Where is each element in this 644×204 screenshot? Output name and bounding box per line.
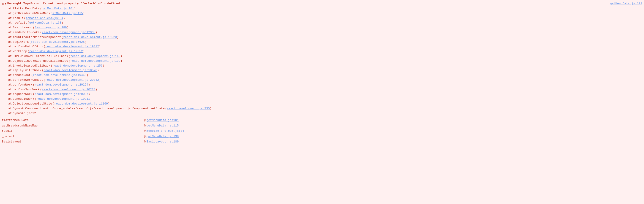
summary-row: getBreadcrumbNameMap @ getMenuData.js:11… [2, 123, 642, 128]
func-name: replayUnitOfWork [13, 68, 42, 73]
func-name: beginWork [13, 40, 29, 45]
stack-line: at invokeGuardedCallback (react-dom.deve… [8, 64, 642, 68]
file-link[interactable]: react.development.js:335 [167, 106, 210, 111]
summary-func: BasicLayout [2, 139, 144, 144]
func-name: workLoop [13, 49, 27, 54]
func-name: Object.enqueueSetState [13, 102, 52, 106]
func-name: dynamic.js:92 [13, 111, 36, 116]
at-symbol: @ [144, 134, 146, 139]
summary-row: _default @ getMenuData.js:138 [2, 134, 642, 139]
file-link[interactable]: react-dom.development.js:199 [70, 59, 120, 64]
summary-func: flattenMenuData [2, 118, 144, 123]
stack-line: at performUnitOfWork (react-dom.developm… [8, 44, 642, 49]
at-symbol: @ [144, 123, 146, 128]
file-link[interactable]: react-dom.development.js:19911 [36, 97, 90, 102]
file-link[interactable]: react-dom.development.js:20342 [45, 78, 99, 83]
file-link[interactable]: react-dom.development.js:12938 [42, 30, 95, 35]
at-symbol: @ [144, 139, 146, 144]
at-keyword: at [8, 30, 12, 35]
file-link[interactable]: react-dom.development.js:11169 [54, 102, 108, 106]
file-link[interactable]: react-dom.development.js:18578 [44, 68, 97, 73]
at-keyword: at [8, 78, 12, 83]
summary-file-link[interactable]: getMenuData.js:101 [146, 118, 179, 123]
at-keyword: at [8, 68, 12, 73]
error-file-link-right[interactable]: getMenuData.js:101 [610, 2, 642, 5]
summary-file-link[interactable]: memoize-one.esm.js:34 [146, 128, 184, 134]
func-name: HTMLUnknownElement.callCallback [13, 54, 68, 59]
summary-section: flattenMenuData @ getMenuData.js:101 get… [2, 118, 642, 144]
func-name: performWorkOnRoot [13, 78, 43, 83]
stack-trace: at flattenMenuData (getMenuData.js:101) … [8, 6, 642, 116]
func-name: BasicLayout [13, 25, 32, 30]
file-link[interactable]: react-dom.development.js:256 [52, 64, 102, 68]
at-keyword: at [8, 73, 12, 78]
stack-line: at Object.invokeGuardedCallbackDev (reac… [8, 59, 642, 64]
stack-line: at dynamic.js:92 [8, 111, 642, 116]
file-link[interactable]: react-dom.development.js:20228 [42, 87, 95, 92]
at-symbol: @ [144, 128, 146, 134]
stack-line: at performSyncWork (react-dom.developmen… [8, 87, 642, 92]
func-name: performUnitOfWork [13, 44, 43, 49]
func-name: performWork [13, 83, 32, 87]
stack-line: at replayUnitOfWork (react-dom.developme… [8, 68, 642, 73]
func-name: flattenMenuData [13, 6, 40, 11]
stack-line: at workLoop (react-dom.development.js:19… [8, 49, 642, 54]
error-toggle[interactable]: ▼ [4, 2, 6, 5]
at-keyword: at [8, 49, 12, 54]
stack-line: at _default (getMenuData.js:138) [8, 20, 642, 25]
stack-line: at mountIndeterminateComponent (react-do… [8, 35, 642, 40]
func-name: requestWork [13, 92, 32, 97]
func-name: mountIndeterminateComponent [13, 35, 61, 40]
file-link[interactable]: react-dom.development.js:149 [70, 54, 120, 59]
stack-line: at DynamicComponent.umi../node_modules/r… [8, 106, 642, 111]
at-keyword: at [8, 83, 12, 87]
func-name: renderWithHooks [13, 30, 40, 35]
stack-line: at result (memoize-one.esm.js:34) [8, 16, 642, 21]
at-symbol: @ [144, 118, 146, 123]
at-keyword: at [8, 35, 12, 40]
console-container: ⊗ ▼ Uncaught TypeError: Cannot read prop… [0, 1, 644, 145]
file-link[interactable]: getMenuData.js:115 [50, 11, 83, 16]
file-link[interactable]: react-dom.development.js:19468 [33, 73, 86, 78]
stack-line: at performWorkOnRoot (react-dom.developm… [8, 78, 642, 83]
summary-func: getBreadcrumbNameMap [2, 123, 144, 128]
at-keyword: at [8, 106, 12, 111]
at-keyword: at [8, 20, 12, 25]
stack-line: at Object.enqueueSetState (react-dom.dev… [8, 102, 642, 106]
func-name: performSyncWork [13, 87, 40, 92]
stack-line: at scheduleWork (react-dom.development.j… [8, 97, 642, 102]
at-keyword: at [8, 59, 12, 64]
at-keyword: at [8, 87, 12, 92]
stack-line: at requestWork (react-dom.development.js… [8, 92, 642, 97]
func-name: scheduleWork [13, 97, 34, 102]
stack-line: at getBreadcrumbNameMap (getMenuData.js:… [8, 11, 642, 16]
file-link[interactable]: react-dom.development.js:20254 [34, 83, 88, 87]
file-link[interactable]: getMenuData.js:101 [42, 6, 74, 11]
stack-line: at performWork (react-dom.development.js… [8, 83, 642, 87]
file-link[interactable]: react-dom.development.js:15020 [63, 35, 117, 40]
at-keyword: at [8, 97, 12, 102]
summary-file-link[interactable]: getMenuData.js:115 [146, 123, 179, 128]
at-keyword: at [8, 44, 12, 49]
file-link[interactable]: memoize-one.esm.js:34 [26, 16, 63, 21]
at-keyword: at [8, 54, 12, 59]
error-header-left: ⊗ ▼ Uncaught TypeError: Cannot read prop… [2, 2, 120, 6]
stack-line: at HTMLUnknownElement.callCallback (reac… [8, 54, 642, 59]
summary-file-link[interactable]: BasicLayout.js:189 [146, 139, 179, 144]
file-link[interactable]: react-dom.development.js:20097 [34, 92, 88, 97]
file-link[interactable]: react-dom.development.js:19312 [45, 44, 99, 49]
func-name: getBreadcrumbNameMap [13, 11, 48, 16]
summary-file-link[interactable]: getMenuData.js:138 [146, 134, 179, 139]
at-keyword: at [8, 64, 12, 68]
file-link[interactable]: getMenuData.js:138 [29, 20, 62, 25]
summary-func: _default [2, 134, 144, 139]
func-name: Object.invokeGuardedCallbackDev [13, 59, 68, 64]
summary-func: result [2, 128, 144, 134]
file-link[interactable]: react-dom.development.js:15625 [31, 40, 85, 45]
at-keyword: at [8, 11, 12, 16]
func-name: invokeGuardedCallback [13, 64, 50, 68]
file-link[interactable]: BasicLayout.js:189 [34, 25, 67, 30]
file-link[interactable]: react-dom.development.js:19352 [29, 49, 83, 54]
summary-row: BasicLayout @ BasicLayout.js:189 [2, 139, 642, 144]
stack-line: at beginWork (react-dom.development.js:1… [8, 40, 642, 45]
